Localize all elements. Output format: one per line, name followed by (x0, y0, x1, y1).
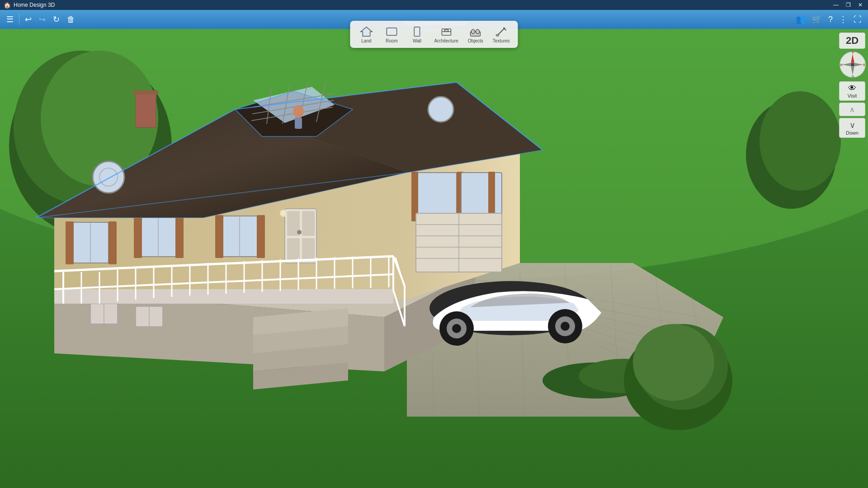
wall-icon (410, 25, 423, 38)
textures-icon (495, 25, 508, 38)
svg-point-136 (633, 324, 714, 401)
down-label: Down (846, 130, 859, 136)
room-tool-button[interactable]: Room (380, 23, 403, 45)
svg-rect-52 (108, 221, 117, 264)
svg-rect-117 (133, 90, 158, 95)
title-bar: 🏠 Home Design 3D — ❐ ✕ (0, 0, 868, 10)
visit-button[interactable]: 👁 Visit (839, 81, 865, 101)
undo-button[interactable]: ↩ (22, 13, 34, 26)
more-menu-button[interactable]: ⋮ (836, 13, 850, 26)
svg-marker-63 (54, 289, 393, 304)
svg-point-161 (476, 29, 480, 34)
svg-rect-155 (414, 27, 420, 36)
maximize-button[interactable]: ❐ (844, 2, 853, 8)
close-button[interactable]: ✕ (856, 2, 864, 8)
svg-text:S: S (852, 51, 854, 54)
svg-rect-153 (387, 28, 396, 35)
textures-tool-label: Textures (493, 38, 510, 43)
house-scene (0, 10, 868, 488)
right-panel: 2D S N M S 👁 Visit ∧ ∨ Down (836, 29, 868, 141)
svg-rect-62 (257, 215, 265, 258)
objects-tool-button[interactable]: Objects (464, 23, 487, 45)
wall-tool-button[interactable]: Wall (405, 23, 429, 45)
svg-point-47 (297, 230, 302, 235)
view-up-button[interactable]: ∧ (839, 103, 865, 116)
svg-rect-34 (416, 173, 457, 218)
svg-rect-158 (444, 30, 448, 32)
svg-rect-51 (66, 221, 74, 264)
title-bar-controls: — ❐ ✕ (831, 2, 864, 8)
2d-label: 2D (846, 35, 859, 47)
svg-rect-44 (302, 211, 315, 236)
expand-button[interactable]: ⛶ (851, 13, 864, 26)
architecture-tool-button[interactable]: Architecture (430, 23, 462, 45)
svg-rect-57 (175, 215, 184, 258)
app-title: Home Design 3D (14, 2, 55, 8)
architecture-icon (440, 25, 453, 38)
svg-rect-38 (461, 173, 502, 218)
redo-button[interactable]: ↪ (36, 13, 48, 26)
objects-icon (469, 25, 482, 38)
land-tool-label: Land (361, 38, 371, 43)
chevron-down-icon: ∨ (849, 120, 855, 130)
svg-point-160 (472, 29, 475, 34)
delete-button[interactable]: 🗑 (64, 13, 78, 26)
svg-point-108 (293, 105, 304, 118)
svg-point-172 (851, 63, 854, 66)
svg-point-131 (561, 322, 570, 331)
right-toolbar: 👥 🛒 ? ⋮ ⛶ (789, 10, 868, 29)
svg-point-95 (281, 211, 286, 216)
architecture-tool-label: Architecture (434, 38, 458, 43)
svg-rect-56 (134, 215, 142, 258)
cart-button[interactable]: 🛒 (809, 13, 825, 26)
svg-text:N: N (852, 75, 854, 78)
svg-rect-109 (295, 117, 302, 129)
users-button[interactable]: 👥 (793, 13, 808, 26)
separator-1 (19, 14, 19, 25)
redo2-button[interactable]: ↻ (50, 13, 62, 26)
minimize-button[interactable]: — (831, 2, 840, 8)
objects-tool-label: Objects (468, 38, 483, 43)
room-icon (385, 25, 398, 38)
compass[interactable]: S N M S (839, 51, 866, 78)
svg-rect-115 (136, 91, 156, 127)
visit-icon: 👁 (848, 84, 856, 93)
svg-rect-61 (215, 215, 223, 258)
help-button[interactable]: ? (826, 13, 835, 26)
svg-rect-46 (302, 238, 315, 261)
svg-point-128 (452, 324, 461, 333)
hamburger-menu-button[interactable]: ☰ (4, 13, 16, 26)
svg-rect-164 (496, 34, 499, 36)
textures-tool-button[interactable]: Textures (489, 23, 514, 45)
chevron-up-icon: ∧ (849, 105, 855, 114)
svg-text:M: M (840, 63, 843, 66)
land-icon (360, 25, 373, 38)
visit-label: Visit (848, 93, 857, 99)
tools-toolbar: Land Room Wall Architecture Objects Text… (350, 21, 518, 48)
room-tool-label: Room (386, 38, 398, 43)
down-button[interactable]: ∨ Down (839, 118, 865, 138)
land-tool-button[interactable]: Land (354, 23, 378, 45)
svg-point-7 (760, 91, 841, 191)
2d-view-button[interactable]: 2D (839, 33, 865, 49)
svg-rect-45 (287, 238, 300, 261)
wall-tool-label: Wall (413, 38, 421, 43)
app-icon: 🏠 (4, 2, 11, 9)
svg-text:S: S (863, 63, 865, 66)
3d-view[interactable] (0, 10, 868, 488)
title-bar-left: 🏠 Home Design 3D (4, 2, 55, 9)
